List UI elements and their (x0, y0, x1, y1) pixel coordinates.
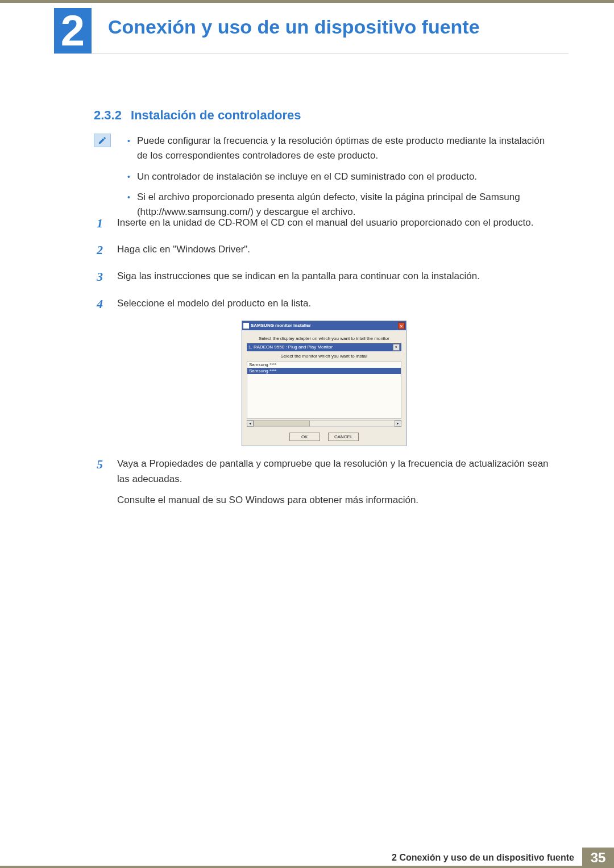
bottom-border (0, 866, 614, 868)
installer-app-icon (243, 323, 249, 329)
scroll-thumb[interactable] (254, 421, 310, 426)
installer-title: SAMSUNG monitor installer (251, 323, 398, 328)
step-item: 1 Inserte en la unidad de CD-ROM el CD c… (97, 213, 551, 233)
step-text: Seleccione el modelo del producto en la … (117, 294, 551, 314)
adapter-dropdown-value: 1. RADEON 9550 : Plug and Play Monitor (248, 344, 393, 350)
title-underline (54, 53, 569, 54)
installer-titlebar: SAMSUNG monitor installer × (242, 321, 406, 330)
adapter-dropdown[interactable]: 1. RADEON 9550 : Plug and Play Monitor ▾ (247, 343, 401, 351)
scroll-left-icon[interactable]: ◂ (247, 420, 254, 427)
page-number: 35 (582, 848, 614, 868)
note-text: Puede configurar la frecuencia y la reso… (137, 134, 548, 164)
note-list: • Puede configurar la frecuencia y la re… (127, 134, 548, 226)
section-number: 2.3.2 (94, 108, 122, 122)
chapter-number-badge: 2 (54, 8, 92, 53)
monitor-listbox[interactable]: Samsung **** Samsung **** (247, 361, 401, 419)
step-number: 2 (97, 240, 108, 260)
step-item: 4 Seleccione el modelo del producto en l… (97, 294, 551, 314)
step-text: Inserte en la unidad de CD-ROM el CD con… (117, 213, 551, 233)
cancel-button[interactable]: CANCEL (328, 433, 359, 441)
list-item[interactable]: Samsung **** (247, 362, 401, 368)
step-text: Vaya a Propiedades de pantalla y comprue… (117, 456, 551, 487)
step-number: 4 (97, 294, 108, 314)
step-text-group: Vaya a Propiedades de pantalla y comprue… (117, 454, 551, 508)
step-number: 5 (97, 454, 108, 508)
note-icon (94, 134, 111, 147)
steps-list: 1 Inserte en la unidad de CD-ROM el CD c… (97, 213, 551, 514)
chevron-down-icon[interactable]: ▾ (393, 344, 400, 351)
section-heading: 2.3.2 Instalación de controladores (94, 108, 301, 123)
close-icon[interactable]: × (398, 322, 405, 329)
note-text: Un controlador de instalación se incluye… (137, 169, 477, 184)
step-text: Consulte el manual de su SO Windows para… (117, 492, 551, 508)
footer-chapter-label: 2 Conexión y uso de un dispositivo fuent… (384, 848, 582, 868)
step-number: 1 (97, 213, 108, 233)
step-item: 2 Haga clic en "Windows Driver". (97, 240, 551, 260)
bullet-icon: • (127, 169, 130, 184)
list-item[interactable]: Samsung **** (247, 368, 401, 374)
step-number: 3 (97, 267, 108, 286)
installer-body: Select the display adapter on which you … (242, 330, 406, 446)
bullet-icon: • (127, 134, 130, 164)
note-item: • Puede configurar la frecuencia y la re… (127, 134, 548, 164)
ok-button[interactable]: OK (289, 433, 320, 441)
scroll-track[interactable] (254, 420, 395, 427)
scroll-right-icon[interactable]: ▸ (395, 420, 401, 427)
horizontal-scrollbar[interactable]: ◂ ▸ (247, 420, 401, 427)
chapter-title: Conexión y uso de un dispositivo fuente (108, 16, 480, 38)
installer-screenshot: SAMSUNG monitor installer × Select the d… (97, 321, 551, 446)
installer-label-monitor: Select the monitor which you want to ins… (247, 354, 401, 359)
step-item: 5 Vaya a Propiedades de pantalla y compr… (97, 454, 551, 508)
installer-window: SAMSUNG monitor installer × Select the d… (242, 321, 406, 446)
step-item: 3 Siga las instrucciones que se indican … (97, 267, 551, 286)
step-text: Siga las instrucciones que se indican en… (117, 267, 551, 286)
note-item: • Un controlador de instalación se inclu… (127, 169, 548, 184)
section-title: Instalación de controladores (131, 108, 301, 122)
page-footer: 2 Conexión y uso de un dispositivo fuent… (0, 848, 614, 868)
installer-buttons: OK CANCEL (247, 433, 401, 441)
step-text: Haga clic en "Windows Driver". (117, 240, 551, 260)
top-border (0, 0, 614, 3)
installer-label-adapter: Select the display adapter on which you … (247, 336, 401, 341)
